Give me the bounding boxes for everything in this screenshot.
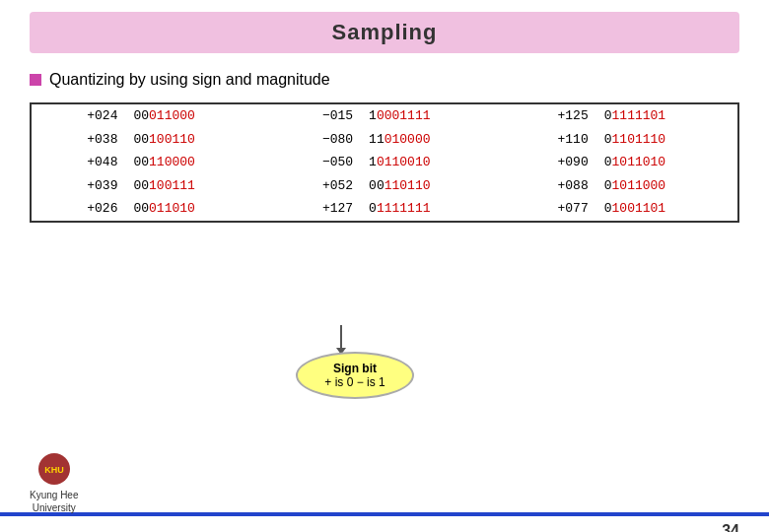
cell-v3: +088 xyxy=(502,174,595,198)
sign-bit-callout: Sign bit + is 0 − is 1 xyxy=(296,352,414,399)
table-row: +038 00100110 −080 11010000 +110 0110111… xyxy=(32,128,737,152)
slide: Sampling Quantizing by using sign and ma… xyxy=(0,12,769,532)
table-row: +039 00100111 +052 00110110 +088 0101100… xyxy=(32,174,737,198)
university-name: Kyung HeeUniversity xyxy=(30,489,78,514)
svg-text:KHU: KHU xyxy=(44,465,64,475)
cell-b3: 01011000 xyxy=(596,174,737,198)
cell-b1: 00100110 xyxy=(125,128,266,152)
cell-b3: 01001101 xyxy=(596,197,737,221)
table-row: +048 00110000 −050 10110010 +090 0101101… xyxy=(32,151,737,174)
cell-v2: −080 xyxy=(267,128,361,152)
cell-v2: −015 xyxy=(267,104,361,128)
cell-b1: 00011010 xyxy=(125,197,266,221)
cell-b1: 00110000 xyxy=(125,151,266,174)
cell-b2: 01111111 xyxy=(361,197,502,221)
table-row: +026 00011010 +127 01111111 +077 0100110… xyxy=(32,197,737,221)
cell-v1: +038 xyxy=(32,128,125,152)
cell-v3: +077 xyxy=(502,197,595,221)
cell-v3: +125 xyxy=(502,104,595,128)
cell-v2: +052 xyxy=(267,174,361,198)
cell-b2: 00110110 xyxy=(361,174,502,198)
cell-v1: +039 xyxy=(32,174,125,198)
sign-bit-explanation: + is 0 − is 1 xyxy=(314,375,396,389)
cell-b2: 11010000 xyxy=(361,128,502,152)
page-number: 34 xyxy=(722,522,739,532)
data-table: +024 00011000 −015 10001111 +125 0111110… xyxy=(32,104,737,221)
subtitle-text: Quantizing by using sign and magnitude xyxy=(49,71,330,89)
cell-v1: +026 xyxy=(32,197,125,221)
table-row: +024 00011000 −015 10001111 +125 0111110… xyxy=(32,104,737,128)
cell-v3: +090 xyxy=(502,151,595,174)
data-table-container: +024 00011000 −015 10001111 +125 0111110… xyxy=(30,102,739,223)
cell-v2: +127 xyxy=(267,197,361,221)
cell-b2: 10001111 xyxy=(361,104,502,128)
cell-b2: 10110010 xyxy=(361,151,502,174)
subtitle-row: Quantizing by using sign and magnitude xyxy=(30,71,739,89)
cell-v2: −050 xyxy=(267,151,361,174)
university-logo: KHU xyxy=(36,451,72,487)
slide-title: Sampling xyxy=(30,20,739,45)
cell-b3: 01011010 xyxy=(596,151,737,174)
cell-v1: +048 xyxy=(32,151,125,174)
cell-b3: 01101110 xyxy=(596,128,737,152)
sign-bit-label: Sign bit xyxy=(314,362,396,375)
title-bar: Sampling xyxy=(30,12,739,53)
cell-v3: +110 xyxy=(502,128,595,152)
cell-v1: +024 xyxy=(32,104,125,128)
cell-b1: 00011000 xyxy=(125,104,266,128)
bullet-icon xyxy=(30,74,41,86)
cell-b3: 01111101 xyxy=(596,104,737,128)
sign-bit-arrow xyxy=(340,325,342,349)
cell-b1: 00100111 xyxy=(125,174,266,198)
logo-area: KHU Kyung HeeUniversity xyxy=(30,451,78,514)
blue-line xyxy=(0,512,769,516)
